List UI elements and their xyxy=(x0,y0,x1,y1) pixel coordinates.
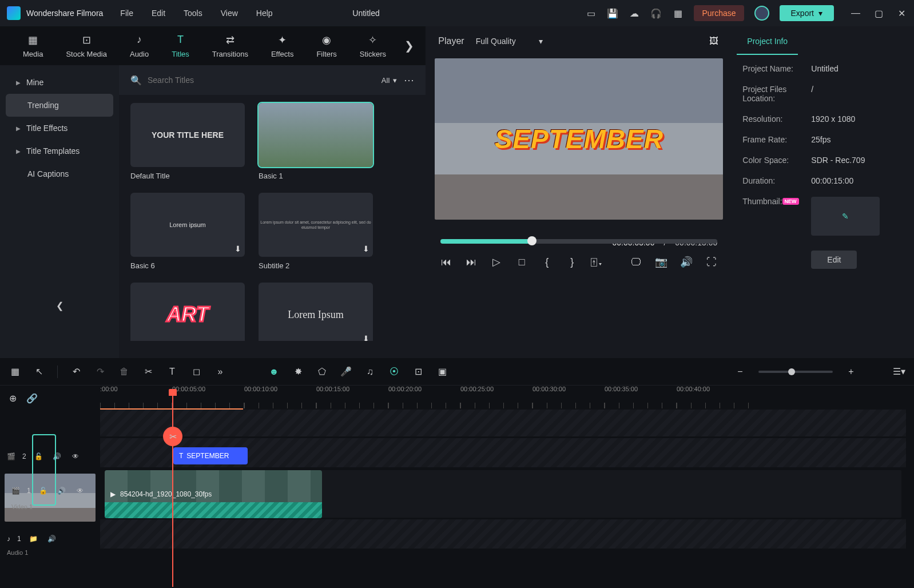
playhead[interactable]: ✂ xyxy=(172,389,173,587)
tab-stock-media[interactable]: ⊡Stock Media xyxy=(54,29,118,63)
sidebar-item-title-templates[interactable]: ▶Title Templates xyxy=(6,140,113,162)
timeline-ruler[interactable]: :00:0000:00:05:0000:00:10:0000:00:15:000… xyxy=(100,386,906,408)
download-icon[interactable]: ⬇ xyxy=(363,244,369,253)
menu-tools[interactable]: Tools xyxy=(184,9,202,18)
title-card[interactable]: Lorem ipsum dolor sit amet, consectetur … xyxy=(259,193,373,270)
tab-media[interactable]: ▦Media xyxy=(11,29,54,63)
track-title[interactable]: TSEPTEMBER xyxy=(100,438,906,468)
folder-icon[interactable]: 📁 xyxy=(28,533,39,545)
more-icon[interactable]: ⋯ xyxy=(404,74,414,86)
lock-icon[interactable]: 🔓 xyxy=(38,485,49,496)
visibility-icon[interactable]: 👁 xyxy=(70,451,81,462)
mark-out-icon[interactable]: } xyxy=(566,256,578,268)
scissor-icon[interactable]: ✂ xyxy=(163,427,182,446)
title-card[interactable]: ART xyxy=(130,283,245,341)
stop-icon[interactable]: □ xyxy=(516,256,527,268)
display-icon[interactable]: ▭ xyxy=(585,7,597,19)
tabs-scroll-right[interactable]: ❯ xyxy=(404,39,414,53)
quality-dropdown[interactable]: Full Quality▾ xyxy=(476,37,543,46)
render-icon[interactable]: ⦿ xyxy=(388,366,400,378)
download-icon[interactable]: ⬇ xyxy=(363,334,369,341)
adjust-icon[interactable]: ▣ xyxy=(436,366,448,378)
sidebar-item-ai-captions[interactable]: AI Captions xyxy=(6,162,113,185)
mute-icon[interactable]: 🔊 xyxy=(51,451,63,462)
record-icon[interactable]: ⊡ xyxy=(412,366,424,378)
track-size-icon[interactable]: ☰▾ xyxy=(893,366,905,378)
search-input[interactable] xyxy=(148,76,375,85)
tab-stickers[interactable]: ✧Stickers xyxy=(348,29,398,63)
color-icon[interactable]: ✸ xyxy=(292,366,304,378)
video-clip[interactable]: ▶854204-hd_1920_1080_30fps xyxy=(105,470,322,518)
project-info-tab[interactable]: Project Info xyxy=(737,29,798,55)
zoom-slider[interactable] xyxy=(758,371,833,373)
fullscreen-icon[interactable]: ⛶ xyxy=(706,256,717,268)
headset-icon[interactable]: 🎧 xyxy=(650,7,662,19)
sidebar-item-mine[interactable]: ▶Mine xyxy=(6,71,113,94)
snapshot-icon[interactable]: 📷 xyxy=(655,256,667,268)
clip-marker-icon[interactable]: ⍐▾ xyxy=(591,256,603,268)
menu-edit[interactable]: Edit xyxy=(152,9,165,18)
title-clip[interactable]: TSEPTEMBER xyxy=(173,447,248,464)
display-settings-icon[interactable]: 🖵 xyxy=(630,256,642,268)
close-icon[interactable]: ✕ xyxy=(896,7,907,19)
more-tools-icon[interactable]: » xyxy=(214,366,226,378)
title-card[interactable]: Lorem Ipsum⬇ xyxy=(259,283,373,341)
apps-icon[interactable]: ▦ xyxy=(672,7,683,19)
download-icon[interactable]: ⬇ xyxy=(235,244,241,253)
split-icon[interactable]: ✂ xyxy=(142,366,154,378)
zoom-out-icon[interactable]: − xyxy=(734,366,746,378)
snapshot-toggle-icon[interactable]: 🖼 xyxy=(708,35,720,47)
minimize-icon[interactable]: — xyxy=(850,7,861,19)
crop-icon[interactable]: ◻ xyxy=(190,366,202,378)
avatar[interactable] xyxy=(754,6,769,21)
voiceover-icon[interactable]: 🎤 xyxy=(340,366,352,378)
tab-transitions[interactable]: ⇄Transitions xyxy=(201,29,260,63)
link-icon[interactable]: 🔗 xyxy=(26,392,38,404)
title-card[interactable]: Lorem ipsum⬇ Basic 6 xyxy=(130,193,245,270)
cursor-icon[interactable]: ↖ xyxy=(33,366,45,378)
redo-icon[interactable]: ↷ xyxy=(94,366,106,378)
visibility-icon[interactable]: 👁 xyxy=(74,485,86,496)
mute-icon[interactable]: 🔊 xyxy=(56,485,67,496)
add-track-icon[interactable]: ⊕ xyxy=(7,392,18,404)
tab-titles[interactable]: TTitles xyxy=(160,29,201,63)
tab-audio[interactable]: ♪Audio xyxy=(118,29,160,63)
audio-mixer-icon[interactable]: ♫ xyxy=(364,366,376,378)
marker-icon[interactable]: ⬠ xyxy=(316,366,328,378)
title-card[interactable]: YOUR TITLE HERE Default Title xyxy=(130,103,245,180)
ai-icon[interactable]: ☻ xyxy=(268,366,280,378)
sidebar-collapse-icon[interactable]: ❮ xyxy=(54,300,65,311)
volume-icon[interactable]: 🔊 xyxy=(681,256,692,268)
thumbnail-preview[interactable]: ✎ xyxy=(811,197,880,236)
edit-button[interactable]: Edit xyxy=(811,251,857,269)
text-icon[interactable]: T xyxy=(166,366,178,378)
title-card[interactable]: Basic 1 xyxy=(259,103,373,180)
prev-frame-icon[interactable]: ⏮ xyxy=(440,256,452,268)
zoom-in-icon[interactable]: + xyxy=(845,366,857,378)
delete-icon[interactable]: 🗑 xyxy=(118,366,130,378)
player-scrubber[interactable] xyxy=(440,239,717,244)
video-preview[interactable]: SEPTEMBER xyxy=(435,58,723,220)
player-tab[interactable]: Player xyxy=(438,36,464,46)
maximize-icon[interactable]: ▢ xyxy=(873,7,884,19)
track-spacer[interactable] xyxy=(100,410,906,437)
mute-icon[interactable]: 🔊 xyxy=(46,533,58,545)
sidebar-item-trending[interactable]: Trending xyxy=(6,94,113,117)
menu-file[interactable]: File xyxy=(120,9,133,18)
export-button[interactable]: Export▾ xyxy=(780,5,834,21)
purchase-button[interactable]: Purchase xyxy=(694,5,744,21)
mark-in-icon[interactable]: { xyxy=(541,256,553,268)
track-video[interactable]: ▶854204-hd_1920_1080_30fps xyxy=(105,470,901,518)
save-icon[interactable]: 💾 xyxy=(607,7,618,19)
undo-icon[interactable]: ↶ xyxy=(70,366,82,378)
next-frame-icon[interactable]: ⏭ xyxy=(466,256,477,268)
tab-filters[interactable]: ◉Filters xyxy=(305,29,348,63)
layout-icon[interactable]: ▦ xyxy=(9,366,21,378)
sidebar-item-title-effects[interactable]: ▶Title Effects xyxy=(6,117,113,140)
play-icon[interactable]: ▷ xyxy=(491,256,502,268)
track-audio[interactable] xyxy=(100,519,906,549)
tab-effects[interactable]: ✦Effects xyxy=(260,29,305,63)
filter-dropdown[interactable]: All▾ xyxy=(382,76,397,85)
cloud-icon[interactable]: ☁ xyxy=(629,7,640,19)
lock-icon[interactable]: 🔓 xyxy=(33,451,45,462)
